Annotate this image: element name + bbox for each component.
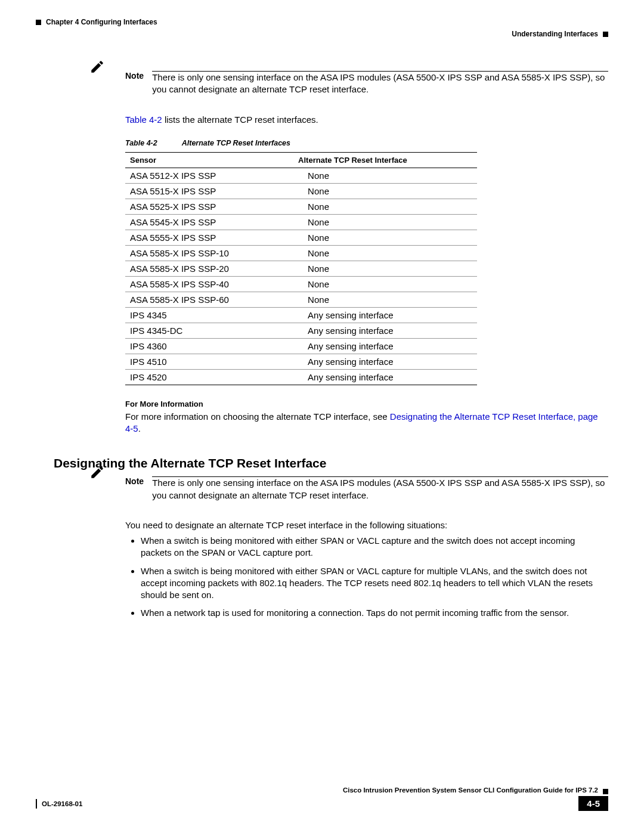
note-icon <box>89 59 105 76</box>
note-text: There is only one sensing interface on t… <box>152 72 608 96</box>
intro-paragraph: You need to designate an alternate TCP r… <box>125 519 608 531</box>
table-title: Alternate TCP Reset Interfaces <box>182 139 290 147</box>
more-info-post: . <box>138 423 141 433</box>
table-ref-link[interactable]: Table 4-2 <box>125 114 162 125</box>
note-label: Note <box>125 71 144 80</box>
note-block: Note There is only one sensing interface… <box>125 476 608 505</box>
table-row: ASA 5585-X IPS SSP-20None <box>125 261 477 276</box>
reset-interfaces-table: Sensor Alternate TCP Reset Interface ASA… <box>125 152 477 385</box>
guide-title: Cisco Intrusion Prevention System Sensor… <box>343 786 598 794</box>
col-alt-reset: Alternate TCP Reset Interface <box>293 152 477 168</box>
footer-bar-icon <box>36 799 37 809</box>
chapter-text: Chapter 4 Configuring Interfaces <box>46 18 157 26</box>
note-icon <box>89 465 105 482</box>
table-row: ASA 5585-X IPS SSP-40None <box>125 276 477 292</box>
list-item: When a switch is being monitored with ei… <box>141 535 608 559</box>
doc-number: OL-29168-01 <box>42 800 82 807</box>
list-item: When a network tap is used for monitorin… <box>141 607 608 619</box>
list-item: When a switch is being monitored with ei… <box>141 565 608 602</box>
section-text: Understanding Interfaces <box>512 30 598 38</box>
crop-mark-icon <box>36 20 41 25</box>
table-number: Table 4-2 <box>125 139 157 147</box>
table-row: ASA 5512-X IPS SSPNone <box>125 168 477 183</box>
table-row: IPS 4360Any sensing interface <box>125 338 477 354</box>
section-heading: Designating the Alternate TCP Reset Inte… <box>54 456 608 470</box>
more-info-pre: For more information on choosing the alt… <box>125 411 390 422</box>
table-row: ASA 5555-X IPS SSPNone <box>125 230 477 245</box>
table-row: ASA 5515-X IPS SSPNone <box>125 183 477 199</box>
page-number: 4-5 <box>578 796 608 811</box>
table-row: ASA 5585-X IPS SSP-60None <box>125 292 477 307</box>
table-intro: Table 4-2 lists the alternate TCP reset … <box>125 114 608 126</box>
table-row: IPS 4345Any sensing interface <box>125 307 477 323</box>
chapter-label: Chapter 4 Configuring Interfaces <box>36 18 157 26</box>
col-sensor: Sensor <box>125 152 293 168</box>
table-row: ASA 5525-X IPS SSPNone <box>125 199 477 214</box>
note-label: Note <box>125 476 144 486</box>
more-info-heading: For More Information <box>125 400 608 408</box>
page-footer: Cisco Intrusion Prevention System Sensor… <box>36 786 608 811</box>
table-intro-text: lists the alternate TCP reset interfaces… <box>162 114 318 125</box>
note-text: There is only one sensing interface on t… <box>152 477 608 501</box>
table-caption: Table 4-2 Alternate TCP Reset Interfaces <box>125 139 608 147</box>
crop-mark-icon <box>603 789 608 794</box>
table-row: IPS 4510Any sensing interface <box>125 354 477 369</box>
table-row: ASA 5545-X IPS SSPNone <box>125 214 477 230</box>
section-header: Understanding Interfaces <box>36 30 608 38</box>
table-row: IPS 4520Any sensing interface <box>125 369 477 385</box>
situations-list: When a switch is being monitored with ei… <box>125 535 608 620</box>
table-row: IPS 4345-DCAny sensing interface <box>125 323 477 338</box>
table-row: ASA 5585-X IPS SSP-10None <box>125 245 477 261</box>
crop-mark-icon <box>603 32 608 37</box>
note-block: Note There is only one sensing interface… <box>125 71 608 100</box>
more-info-text: For more information on choosing the alt… <box>125 411 608 435</box>
